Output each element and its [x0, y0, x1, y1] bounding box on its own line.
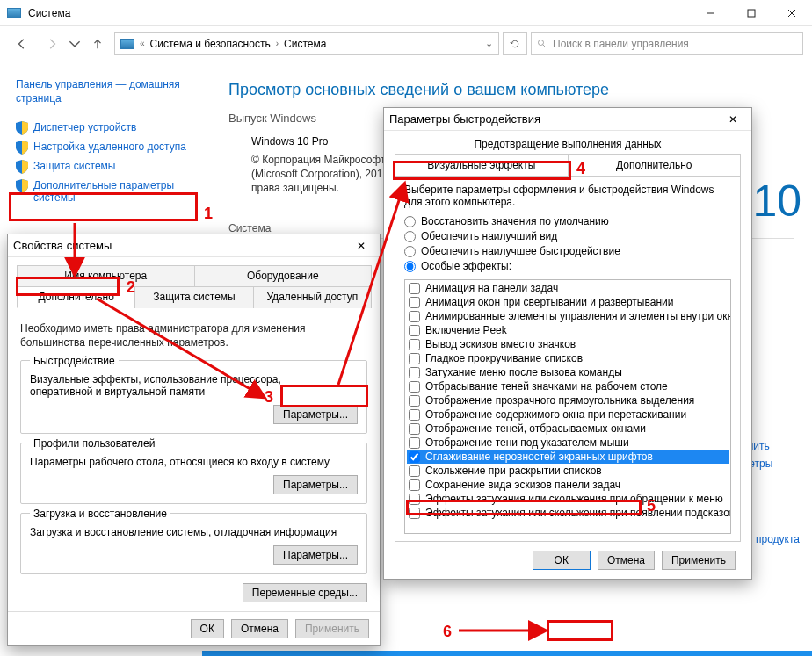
sysprops-cancel-button[interactable]: Отмена — [231, 619, 288, 638]
sysprops-tab-advanced[interactable]: Дополнительно — [17, 286, 135, 308]
forward-button[interactable] — [39, 32, 65, 56]
effect-item[interactable]: Анимация на панели задач — [407, 281, 729, 295]
effect-checkbox[interactable] — [409, 297, 420, 308]
effect-item[interactable]: Отображение тени под указателем мыши — [407, 436, 729, 450]
sysprops-tab-name[interactable]: Имя компьютера — [17, 265, 195, 286]
effect-label: Скольжение при раскрытии списков — [425, 465, 602, 477]
sidebar-item-protection[interactable]: Защита системы — [16, 160, 195, 174]
sysprops-tab-remote[interactable]: Удаленный доступ — [253, 286, 372, 308]
address-bar[interactable]: « Система и безопасность › Система ⌄ — [114, 32, 499, 55]
profiles-button[interactable]: Параметры... — [273, 475, 358, 494]
effects-listbox[interactable]: Анимация на панели задачАнимация окон пр… — [404, 279, 731, 534]
minimize-button[interactable] — [691, 0, 731, 26]
effect-checkbox[interactable] — [409, 465, 420, 477]
perfopts-tabs: Визуальные эффекты Дополнительно — [395, 154, 741, 176]
app-icon — [7, 8, 21, 18]
perfopts-tab-visual[interactable]: Визуальные эффекты — [395, 155, 569, 176]
sysprops-tab-hardware[interactable]: Оборудование — [194, 265, 373, 286]
profiles-group: Профили пользователей Параметры рабочего… — [20, 443, 367, 504]
effect-checkbox[interactable] — [409, 437, 420, 449]
effect-checkbox[interactable] — [409, 283, 420, 294]
effect-checkbox[interactable] — [409, 325, 420, 336]
radio-best-perf[interactable]: Обеспечить наилучшее быстродействие — [404, 245, 731, 257]
refresh-button[interactable] — [503, 32, 527, 55]
sidebar-item-remote[interactable]: Настройка удаленного доступа — [16, 141, 195, 155]
history-dropdown[interactable] — [69, 32, 81, 56]
effect-label: Анимация окон при свертывании и разверты… — [425, 296, 673, 308]
breadcrumb-item-2[interactable]: Система — [284, 38, 326, 50]
effect-item[interactable]: Включение Peek — [407, 323, 729, 337]
perfopts-dep-caption: Предотвращение выполнения данных — [384, 138, 751, 150]
perfopts-apply-button[interactable]: Применить — [662, 551, 736, 570]
effect-item[interactable]: Сохранение вида эскизов панели задач — [407, 478, 729, 492]
perfopts-close-button[interactable]: ✕ — [720, 113, 746, 126]
perf-options-dialog: Параметры быстродействия ✕ Предотвращени… — [383, 107, 752, 580]
perfopts-hint: Выберите параметры оформления и быстроде… — [404, 184, 731, 208]
effect-checkbox[interactable] — [409, 395, 420, 407]
effect-item[interactable]: Отображение прозрачного прямоугольника в… — [407, 393, 729, 407]
radio-custom[interactable]: Особые эффекты: — [404, 260, 731, 272]
window-titlebar: Система — [0, 0, 812, 26]
sysprops-tab-protection[interactable]: Защита системы — [134, 286, 253, 308]
sysprops-ok-button[interactable]: ОК — [191, 619, 224, 638]
effect-item[interactable]: Вывод эскизов вместо значков — [407, 337, 729, 351]
env-vars-button[interactable]: Переменные среды... — [243, 583, 367, 602]
cp-home-link[interactable]: Панель управления — домашняя страница — [16, 77, 195, 105]
effect-item[interactable]: Сглаживание неровностей экранных шрифтов — [407, 450, 729, 464]
page-title: Просмотр основных сведений о вашем компь… — [228, 81, 794, 99]
effect-checkbox[interactable] — [409, 353, 420, 364]
sysprops-apply-button[interactable]: Применить — [295, 619, 369, 638]
maximize-button[interactable] — [731, 0, 772, 26]
effect-checkbox[interactable] — [409, 508, 420, 519]
profiles-desc: Параметры рабочего стола, относящиеся ко… — [30, 456, 358, 468]
perf-settings-button[interactable]: Параметры... — [273, 405, 358, 424]
perfopts-cancel-button[interactable]: Отмена — [598, 551, 655, 570]
effect-item[interactable]: Затухание меню после вызова команды — [407, 365, 729, 379]
startup-button[interactable]: Параметры... — [273, 545, 358, 565]
back-button[interactable] — [9, 32, 35, 56]
up-button[interactable] — [84, 32, 111, 56]
effect-checkbox[interactable] — [409, 409, 420, 421]
effect-checkbox[interactable] — [409, 367, 420, 378]
search-input[interactable]: Поиск в панели управления — [531, 32, 803, 55]
effect-item[interactable]: Отбрасывание теней значками на рабочем с… — [407, 379, 729, 393]
effect-label: Включение Peek — [425, 324, 507, 336]
effect-checkbox[interactable] — [409, 339, 420, 350]
effect-checkbox[interactable] — [409, 451, 420, 463]
effect-checkbox[interactable] — [409, 423, 420, 435]
shield-icon — [16, 121, 28, 135]
sidebar-item-label: Диспетчер устройств — [33, 121, 136, 133]
effect-checkbox[interactable] — [409, 311, 420, 322]
effect-item[interactable]: Анимация окон при свертывании и разверты… — [407, 295, 729, 309]
effect-item[interactable]: Гладкое прокручивание списков — [407, 351, 729, 365]
effect-item[interactable]: Отображение теней, отбрасываемых окнами — [407, 422, 729, 436]
radio-best-look[interactable]: Обеспечить наилучший вид — [404, 230, 731, 242]
effect-item[interactable]: Скольжение при раскрытии списков — [407, 464, 729, 478]
effect-label: Сглаживание неровностей экранных шрифтов — [425, 451, 653, 463]
sidebar-item-device-manager[interactable]: Диспетчер устройств — [16, 121, 195, 135]
effect-label: Отображение тени под указателем мыши — [425, 436, 629, 449]
effect-label: Отображение теней, отбрасываемых окнами — [425, 422, 646, 435]
breadcrumb-chevron: « — [140, 39, 145, 48]
address-dropdown-icon[interactable]: ⌄ — [485, 38, 493, 49]
effect-checkbox[interactable] — [409, 494, 420, 505]
effect-checkbox[interactable] — [409, 479, 420, 491]
effect-item[interactable]: Эффекты затухания или скольжения при поя… — [407, 506, 729, 520]
effect-label: Анимированные элементы управления и элем… — [425, 310, 731, 322]
taskbar-stripe — [202, 651, 812, 656]
startup-group: Загрузка и восстановление Загрузка и вос… — [20, 513, 367, 574]
perf-group: Быстродействие Визуальные эффекты, испол… — [20, 360, 367, 434]
system-properties-dialog: Свойства системы ✕ Имя компьютера Оборуд… — [7, 234, 381, 646]
sysprops-tabs: Имя компьютера Оборудование Дополнительн… — [17, 257, 371, 308]
close-button[interactable] — [772, 0, 812, 26]
effect-checkbox[interactable] — [409, 381, 420, 393]
breadcrumb-item-1[interactable]: Система и безопасность — [150, 38, 271, 50]
perfopts-ok-button[interactable]: ОК — [533, 551, 591, 570]
sysprops-close-button[interactable]: ✕ — [348, 240, 374, 252]
effect-item[interactable]: Анимированные элементы управления и элем… — [407, 309, 729, 323]
perfopts-tab-advanced[interactable]: Дополнительно — [569, 155, 741, 176]
sidebar-item-advanced[interactable]: Дополнительные параметры системы — [16, 179, 195, 204]
effect-item[interactable]: Отображение содержимого окна при перетас… — [407, 407, 729, 422]
effect-item[interactable]: Эффекты затухания или скольжения при обр… — [407, 492, 729, 506]
radio-default[interactable]: Восстановить значения по умолчанию — [404, 215, 731, 227]
